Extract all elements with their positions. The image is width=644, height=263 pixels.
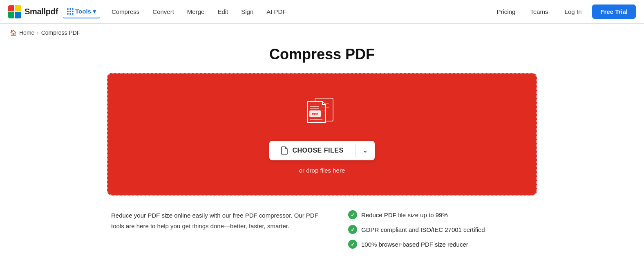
- nav-convert[interactable]: Convert: [147, 5, 180, 18]
- choose-files-button[interactable]: CHOOSE FILES: [269, 141, 355, 160]
- chevron-down-icon: [362, 146, 368, 154]
- brand-name: Smallpdf: [25, 7, 58, 16]
- pdf-icon-area: PDF: [304, 95, 340, 129]
- pdf-file-icon: PDF: [304, 95, 340, 128]
- nav-sign[interactable]: Sign: [235, 5, 259, 18]
- feature-item-3: 100% browser-based PDF size reducer: [348, 240, 485, 249]
- description: Reduce your PDF size online easily with …: [111, 210, 324, 231]
- nav-edit[interactable]: Edit: [212, 5, 234, 18]
- feature-text-2: GDPR compliant and ISO/IEC 27001 certifi…: [361, 226, 485, 233]
- page-title: Compress PDF: [107, 46, 537, 63]
- feature-item-2: GDPR compliant and ISO/IEC 27001 certifi…: [348, 225, 485, 234]
- logo[interactable]: Smallpdf: [8, 5, 58, 18]
- free-trial-button[interactable]: Free Trial: [592, 4, 636, 19]
- check-icon-3: [348, 240, 357, 249]
- navbar: Smallpdf Tools ▾ Compress Convert Merge …: [0, 0, 644, 24]
- breadcrumb: 🏠 Home › Compress PDF: [0, 24, 644, 42]
- main-content: Compress PDF PDF: [97, 42, 547, 263]
- nav-compress[interactable]: Compress: [106, 5, 145, 18]
- nav-teams[interactable]: Teams: [524, 5, 554, 18]
- tools-label: Tools: [75, 8, 91, 15]
- nav-merge[interactable]: Merge: [181, 5, 210, 18]
- login-button[interactable]: Log In: [557, 5, 589, 18]
- feature-text-3: 100% browser-based PDF size reducer: [361, 241, 468, 248]
- file-icon: [281, 146, 288, 155]
- nav-pricing[interactable]: Pricing: [491, 5, 521, 18]
- drop-hint: or drop files here: [299, 167, 345, 174]
- feature-text-1: Reduce PDF file size up to 99%: [361, 211, 448, 218]
- nav-aipdf[interactable]: AI PDF: [261, 5, 292, 18]
- breadcrumb-current: Compress PDF: [41, 29, 80, 36]
- grid-icon: [67, 8, 74, 15]
- tools-button[interactable]: Tools ▾: [63, 5, 100, 18]
- breadcrumb-separator: ›: [37, 30, 38, 36]
- tools-chevron-icon: ▾: [93, 8, 96, 15]
- bottom-section: Reduce your PDF size online easily with …: [107, 210, 537, 249]
- check-icon-2: [348, 225, 357, 234]
- nav-right: Pricing Teams Log In Free Trial: [491, 4, 636, 19]
- choose-files-row: CHOOSE FILES: [269, 141, 374, 160]
- breadcrumb-home[interactable]: Home: [19, 29, 34, 36]
- logo-icon: [8, 5, 21, 18]
- drop-zone[interactable]: PDF CHOOSE FILES or drop files here: [107, 73, 537, 196]
- feature-item-1: Reduce PDF file size up to 99%: [348, 210, 485, 219]
- svg-text:PDF: PDF: [312, 112, 318, 116]
- nav-links: Compress Convert Merge Edit Sign AI PDF: [106, 5, 490, 18]
- home-icon: 🏠: [10, 29, 17, 36]
- choose-files-label: CHOOSE FILES: [292, 147, 343, 154]
- choose-files-dropdown-button[interactable]: [356, 141, 375, 160]
- features-list: Reduce PDF file size up to 99% GDPR comp…: [348, 210, 485, 249]
- check-icon-1: [348, 210, 357, 219]
